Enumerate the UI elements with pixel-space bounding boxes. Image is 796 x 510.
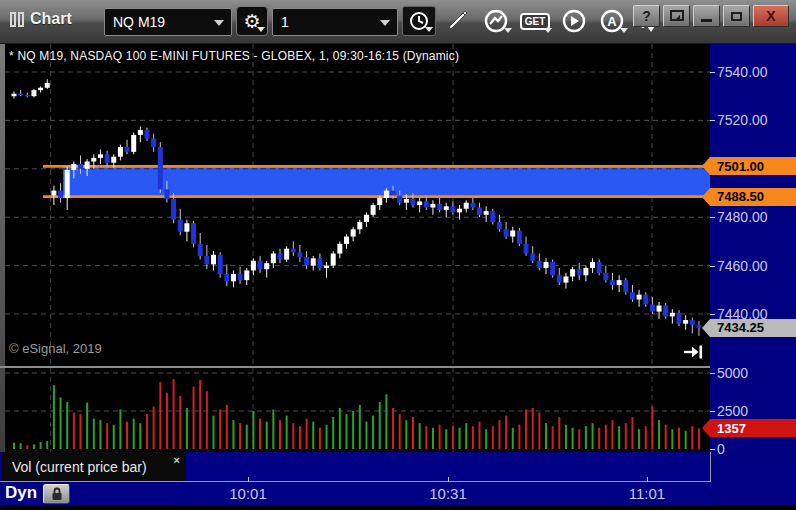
chevron-down-icon: [214, 20, 224, 26]
minimize-button[interactable]: [693, 5, 720, 27]
price-tick-tick: [710, 266, 715, 267]
volume-chart-svg[interactable]: [5, 368, 710, 452]
price-tick-tick: [710, 72, 715, 73]
bottom-border: [0, 506, 796, 510]
window-title: Chart: [30, 10, 72, 28]
price-pane[interactable]: * NQ M19, NASDAQ 100 E-MINI FUTURES - GL…: [5, 44, 710, 366]
time-axis[interactable]: Dyn 10:0110:3111:01: [0, 482, 711, 506]
replay-button[interactable]: [556, 6, 592, 36]
price-axis[interactable]: 7501.00 7488.50 7434.25 1357 7540.007520…: [710, 44, 796, 506]
indicator-tab-strip: Vol (current price bar) ×: [0, 452, 711, 482]
interval-value: 1: [281, 14, 289, 30]
indicator-button[interactable]: [478, 6, 514, 36]
chart-window: Chart NQ M19 ⚙ 1: [0, 0, 796, 510]
zone-lower-price-badge: 7488.50: [710, 188, 796, 206]
volume-pane[interactable]: [5, 368, 710, 452]
popout-icon: [670, 10, 684, 22]
chevron-down-icon: [380, 20, 390, 26]
volume-tick-tick: [710, 373, 715, 374]
volume-tick-tick: [710, 449, 715, 450]
symbol-dropdown[interactable]: NQ M19: [104, 8, 232, 36]
close-indicator-icon[interactable]: ×: [174, 454, 180, 466]
price-tick-label: 7460.00: [717, 258, 768, 274]
price-tick-label: 7440.00: [717, 306, 768, 322]
maximize-button[interactable]: [723, 5, 750, 27]
price-tick-label: 7480.00: [717, 209, 768, 225]
time-template-button[interactable]: [402, 6, 436, 36]
chevron-down-icon: [544, 28, 552, 33]
help-label: ?: [642, 8, 651, 24]
volume-tick-label: 2500: [717, 403, 748, 419]
chevron-down-icon: [620, 28, 628, 33]
close-button[interactable]: X: [753, 5, 789, 27]
window-title-group: Chart: [10, 10, 72, 28]
price-tick-tick: [710, 314, 715, 315]
price-chart-svg[interactable]: [5, 44, 710, 366]
last-price-value: 7434.25: [717, 320, 764, 335]
maximize-icon: [731, 12, 742, 21]
zone-upper-price-badge: 7501.00: [710, 157, 796, 175]
time-tick-label: 10:01: [229, 485, 267, 502]
chevron-down-icon: [504, 28, 512, 33]
volume-tick-label: 5000: [717, 365, 748, 381]
symbol-value: NQ M19: [113, 14, 165, 30]
volume-indicator-label: Vol (current price bar): [12, 459, 147, 475]
minimize-icon: [701, 19, 712, 22]
chart-header: * NQ M19, NASDAQ 100 E-MINI FUTURES - GL…: [9, 49, 459, 63]
close-icon: X: [766, 8, 775, 24]
help-button[interactable]: ?: [633, 5, 660, 27]
svg-text:A: A: [607, 14, 617, 29]
volume-tick-label: 0: [717, 441, 725, 457]
lock-icon: [51, 487, 63, 501]
last-volume-value: 1357: [717, 421, 746, 436]
volume-tick-tick: [710, 411, 715, 412]
auto-annotate-button[interactable]: A: [594, 6, 630, 36]
price-tick-tick: [710, 217, 715, 218]
last-volume-badge: 1357: [710, 419, 796, 437]
get-data-button[interactable]: GET: [516, 6, 554, 36]
popout-button[interactable]: [663, 5, 690, 27]
zone-upper-price-value: 7501.00: [717, 159, 764, 174]
volume-indicator-tab[interactable]: Vol (current price bar) ×: [2, 452, 186, 481]
zone-lower-price-value: 7488.50: [717, 189, 764, 204]
price-tick-tick: [710, 120, 715, 121]
chart-window-icon: [10, 12, 24, 27]
titlebar: Chart NQ M19 ⚙ 1: [0, 0, 796, 44]
chevron-down-icon: [425, 27, 433, 32]
lock-scale-button[interactable]: [43, 484, 70, 504]
time-tick-label: 10:31: [429, 485, 467, 502]
price-tick-label: 7540.00: [717, 64, 768, 80]
dynamic-mode-button[interactable]: Dyn: [5, 483, 37, 503]
time-tick-label: 11:01: [629, 485, 665, 502]
get-data-icon: GET: [520, 13, 551, 30]
arrow-to-bar-icon: [682, 344, 704, 360]
play-replay-icon: [560, 7, 588, 35]
goto-latest-bar-button[interactable]: [682, 344, 704, 360]
pencil-draw-icon: [444, 8, 470, 34]
chevron-down-icon: [257, 27, 265, 32]
price-tick-label: 7520.00: [717, 112, 768, 128]
symbol-settings-button[interactable]: ⚙: [236, 6, 268, 36]
draw-tool-button[interactable]: [440, 6, 474, 36]
interval-dropdown[interactable]: 1: [272, 8, 398, 36]
copyright-text: © eSignal, 2019: [9, 341, 102, 356]
